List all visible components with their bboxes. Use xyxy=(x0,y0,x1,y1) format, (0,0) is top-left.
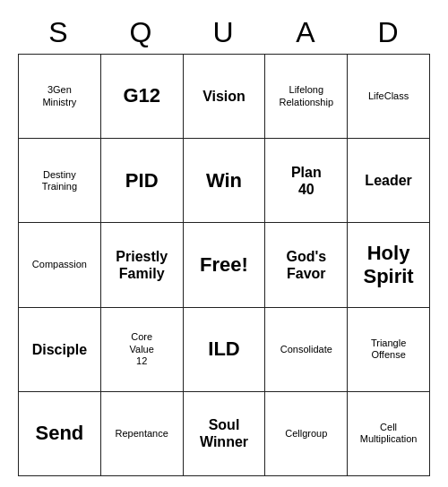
header-letter-q: Q xyxy=(100,11,183,54)
cell-13: God'sFavor xyxy=(265,223,348,307)
header-row: SQUAD xyxy=(18,11,430,54)
cell-23: Cellgroup xyxy=(265,392,348,476)
cell-17: ILD xyxy=(184,308,266,392)
cell-20: Send xyxy=(19,392,101,476)
cell-5: DestinyTraining xyxy=(19,139,101,223)
bingo-card: SQUAD 3GenMinistryG12VisionLifelongRelat… xyxy=(18,11,430,476)
cell-19: TriangleOffense xyxy=(348,308,430,392)
header-letter-s: S xyxy=(18,11,100,54)
cell-15: Disciple xyxy=(19,308,101,392)
cell-24: CellMultiplication xyxy=(348,392,430,476)
cell-2: Vision xyxy=(184,55,266,139)
cell-21: Repentance xyxy=(101,392,184,476)
cell-11: PriestlyFamily xyxy=(101,223,184,307)
cell-3: LifelongRelationship xyxy=(265,55,348,139)
cell-10: Compassion xyxy=(19,223,101,307)
cell-16: CoreValue12 xyxy=(101,308,184,392)
cell-14: HolySpirit xyxy=(348,223,430,307)
cell-1: G12 xyxy=(101,55,184,139)
header-letter-a: A xyxy=(265,11,348,54)
bingo-grid: 3GenMinistryG12VisionLifelongRelationshi… xyxy=(18,54,430,476)
header-letter-d: D xyxy=(348,11,430,54)
cell-8: Plan40 xyxy=(265,139,348,223)
cell-6: PID xyxy=(101,139,184,223)
cell-4: LifeClass xyxy=(348,55,430,139)
cell-0: 3GenMinistry xyxy=(19,55,101,139)
cell-7: Win xyxy=(184,139,266,223)
cell-18: Consolidate xyxy=(265,308,348,392)
cell-22: SoulWinner xyxy=(184,392,266,476)
cell-12: Free! xyxy=(184,223,266,307)
cell-9: Leader xyxy=(348,139,430,223)
header-letter-u: U xyxy=(183,11,265,54)
